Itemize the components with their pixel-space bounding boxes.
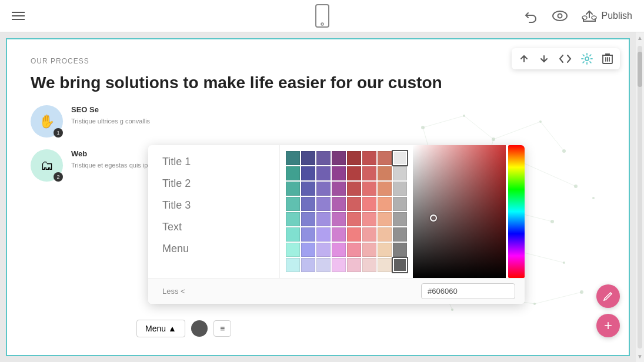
code-button[interactable] bbox=[559, 54, 572, 63]
delete-button[interactable] bbox=[602, 53, 613, 65]
color-swatch[interactable] bbox=[347, 212, 361, 226]
color-swatch[interactable] bbox=[347, 166, 361, 180]
color-swatch[interactable] bbox=[393, 243, 407, 257]
color-swatch[interactable] bbox=[393, 227, 407, 242]
color-swatch[interactable] bbox=[378, 166, 392, 180]
color-swatch[interactable] bbox=[393, 166, 407, 180]
color-swatch[interactable] bbox=[378, 197, 392, 211]
color-swatch[interactable] bbox=[301, 166, 315, 180]
color-swatch[interactable] bbox=[301, 212, 315, 226]
color-swatch[interactable] bbox=[301, 197, 315, 211]
publish-button[interactable]: Publish bbox=[582, 9, 632, 22]
color-swatch[interactable] bbox=[286, 227, 300, 242]
color-swatch[interactable] bbox=[286, 166, 300, 180]
color-swatch[interactable] bbox=[362, 151, 376, 165]
color-swatch[interactable] bbox=[378, 227, 392, 242]
color-swatch[interactable] bbox=[301, 243, 315, 257]
color-swatch[interactable] bbox=[393, 182, 407, 196]
color-swatch[interactable] bbox=[332, 212, 346, 226]
menu-dropdown-button[interactable]: Menu ▲ bbox=[136, 320, 185, 337]
scroll-up-arrow[interactable]: ▲ bbox=[637, 35, 643, 41]
color-swatch[interactable] bbox=[347, 151, 361, 165]
color-swatch[interactable] bbox=[378, 243, 392, 257]
move-down-button[interactable] bbox=[539, 53, 549, 64]
color-swatch[interactable] bbox=[332, 151, 346, 165]
color-swatch[interactable] bbox=[316, 212, 331, 226]
pencil-icon bbox=[603, 291, 613, 301]
color-swatch[interactable] bbox=[332, 197, 346, 211]
color-picker-overlay: Title 1 Title 2 Title 3 Text Menu bbox=[148, 145, 525, 304]
color-swatch[interactable] bbox=[332, 182, 346, 196]
color-swatch[interactable] bbox=[393, 197, 407, 211]
color-swatch[interactable] bbox=[378, 182, 392, 196]
preview-button[interactable] bbox=[552, 11, 568, 21]
color-swatch[interactable] bbox=[316, 182, 331, 196]
color-swatch[interactable] bbox=[378, 212, 392, 226]
color-swatch[interactable] bbox=[286, 212, 300, 226]
menu-item-title2[interactable]: Title 2 bbox=[148, 173, 279, 195]
color-swatch[interactable] bbox=[362, 212, 376, 226]
color-circle-dot[interactable] bbox=[191, 320, 208, 337]
color-swatch[interactable] bbox=[378, 151, 392, 165]
color-swatch[interactable] bbox=[316, 197, 331, 211]
color-swatch[interactable] bbox=[332, 258, 346, 272]
settings-button[interactable] bbox=[581, 53, 593, 65]
color-swatch[interactable] bbox=[316, 227, 331, 242]
color-swatch[interactable] bbox=[347, 258, 361, 272]
color-swatch[interactable] bbox=[316, 258, 331, 272]
menu-item-title3[interactable]: Title 3 bbox=[148, 195, 279, 216]
color-swatch[interactable] bbox=[378, 258, 392, 272]
color-swatch[interactable] bbox=[286, 197, 300, 211]
align-button[interactable]: ≡ bbox=[213, 320, 231, 337]
color-swatch[interactable] bbox=[362, 258, 376, 272]
color-swatch[interactable] bbox=[316, 166, 331, 180]
color-swatch[interactable] bbox=[362, 166, 376, 180]
move-up-button[interactable] bbox=[519, 53, 529, 64]
color-swatch[interactable] bbox=[362, 227, 376, 242]
color-swatch[interactable] bbox=[286, 151, 300, 165]
color-swatch[interactable] bbox=[332, 166, 346, 180]
scroll-down-arrow[interactable]: ▼ bbox=[637, 353, 643, 360]
align-icon: ≡ bbox=[220, 324, 225, 333]
mobile-view-button[interactable] bbox=[315, 4, 330, 28]
color-swatch[interactable] bbox=[316, 151, 331, 165]
color-swatch[interactable] bbox=[347, 197, 361, 211]
scrollbar-thumb[interactable] bbox=[638, 52, 642, 87]
color-swatch[interactable] bbox=[362, 182, 376, 196]
color-swatch[interactable] bbox=[301, 182, 315, 196]
menu-item-text[interactable]: Text bbox=[148, 216, 279, 238]
edit-fab[interactable] bbox=[596, 284, 620, 308]
undo-button[interactable] bbox=[524, 9, 538, 23]
hamburger-button[interactable] bbox=[12, 12, 25, 20]
color-swatch[interactable] bbox=[362, 197, 376, 211]
color-swatch[interactable] bbox=[286, 258, 300, 272]
add-fab[interactable]: + bbox=[596, 314, 620, 337]
gradient-picker[interactable] bbox=[413, 145, 525, 278]
color-swatch[interactable] bbox=[286, 243, 300, 257]
color-swatch[interactable] bbox=[393, 151, 407, 165]
color-swatch[interactable] bbox=[347, 182, 361, 196]
color-swatch[interactable] bbox=[316, 243, 331, 257]
hex-input[interactable] bbox=[421, 283, 515, 299]
color-swatch[interactable] bbox=[286, 182, 300, 196]
color-swatch[interactable] bbox=[332, 243, 346, 257]
svg-point-6 bbox=[585, 57, 589, 61]
canvas: OUR PROCESS We bring solutions to make l… bbox=[6, 38, 630, 356]
menu-item-menu[interactable]: Menu bbox=[148, 238, 279, 260]
less-button[interactable]: Less < bbox=[158, 284, 190, 298]
color-swatch[interactable] bbox=[301, 151, 315, 165]
color-swatch[interactable] bbox=[393, 258, 407, 272]
publish-label: Publish bbox=[602, 11, 632, 21]
color-swatch[interactable] bbox=[347, 227, 361, 242]
color-brightness-gradient[interactable] bbox=[413, 145, 506, 278]
color-swatch[interactable] bbox=[393, 212, 407, 226]
scrollbar-track[interactable] bbox=[638, 46, 642, 348]
color-swatch[interactable] bbox=[347, 243, 361, 257]
service-title-1: SEO Se bbox=[71, 105, 150, 114]
hue-bar[interactable] bbox=[508, 145, 525, 278]
color-swatch[interactable] bbox=[362, 243, 376, 257]
color-swatch[interactable] bbox=[301, 227, 315, 242]
menu-item-title1[interactable]: Title 1 bbox=[148, 151, 279, 173]
color-swatch[interactable] bbox=[332, 227, 346, 242]
color-swatch[interactable] bbox=[301, 258, 315, 272]
